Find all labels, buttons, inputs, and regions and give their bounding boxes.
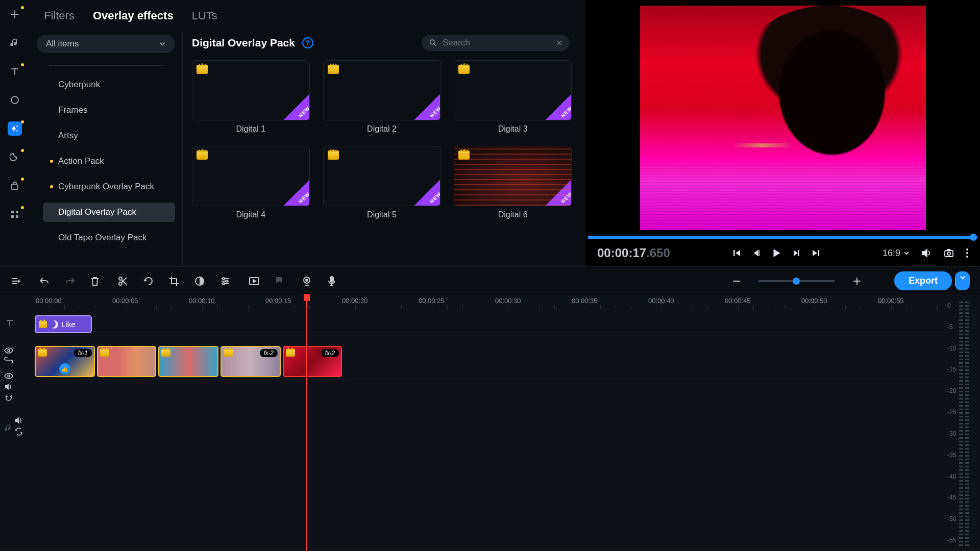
text-icon[interactable] [8, 64, 22, 79]
premium-icon [458, 151, 470, 160]
tab-filters[interactable]: Filters [44, 9, 75, 22]
info-icon[interactable]: ? [302, 37, 313, 48]
video-clip-2[interactable] [97, 346, 156, 377]
category-item[interactable]: Digital Overlay Pack [43, 203, 175, 222]
chevron-down-icon [159, 40, 166, 47]
premium-icon [328, 65, 339, 74]
category-item[interactable]: Cyberpunk [43, 75, 175, 94]
track-magnet-icon[interactable] [4, 394, 34, 402]
overlay-thumbnail[interactable]: NEWDigital 5 [323, 146, 441, 219]
tab-overlay-effects[interactable]: Overlay effects [93, 9, 174, 22]
category-item[interactable]: Frames [43, 101, 175, 120]
audio-icon[interactable] [8, 36, 22, 50]
meter-db-label: -45 [947, 494, 956, 501]
premium-icon [100, 349, 109, 357]
premium-icon [286, 349, 295, 357]
track-headers [0, 295, 34, 551]
overlay-thumbnail[interactable]: NEWDigital 1 [192, 60, 310, 134]
playhead[interactable] [306, 295, 307, 551]
overlay-label: Digital 5 [367, 210, 397, 219]
add-media-icon[interactable] [8, 7, 22, 21]
overlay-thumbnail[interactable]: NEWDigital 2 [323, 60, 441, 134]
video-clip-5[interactable]: fx·2 [283, 346, 342, 377]
add-track-icon[interactable] [10, 276, 21, 287]
timeline-tracks[interactable]: Like fx·1👍 fx·2 fx·2 [34, 310, 944, 551]
video-clip-1[interactable]: fx·1👍 [35, 346, 95, 377]
svg-rect-3 [16, 211, 18, 213]
export-button[interactable]: Export [894, 271, 952, 290]
record-voiceover-button[interactable] [327, 276, 337, 287]
category-dropdown[interactable]: All items [37, 35, 175, 53]
preview-viewport[interactable] [586, 0, 980, 236]
premium-icon [458, 65, 470, 74]
category-item[interactable]: Action Pack [43, 152, 175, 171]
ruler-tick: 00:00:35 [572, 297, 598, 305]
split-button[interactable] [117, 276, 129, 287]
timecode-display: 00:00:17.650 [597, 246, 670, 260]
elements-icon[interactable] [8, 207, 22, 221]
timeline-ruler[interactable]: 00:00:0000:00:0500:00:1000:00:1500:00:20… [34, 295, 944, 310]
more-options-icon[interactable] [966, 247, 969, 259]
overlay-label: Digital 4 [236, 210, 265, 219]
zoom-out-button[interactable] [732, 277, 741, 286]
next-frame-button[interactable] [791, 248, 801, 258]
tab-luts[interactable]: LUTs [192, 9, 217, 22]
preview-scrubber[interactable] [588, 236, 978, 239]
effects-icon[interactable] [8, 121, 22, 136]
track-mute-icon[interactable] [4, 383, 34, 391]
zoom-in-button[interactable] [852, 277, 862, 286]
adjust-button[interactable] [219, 276, 231, 287]
overlay-thumbnail[interactable]: NEWDigital 4 [192, 146, 310, 219]
color-icon[interactable] [8, 150, 22, 164]
stickers-icon[interactable] [8, 179, 22, 193]
intro-title-clip[interactable]: Like [35, 315, 92, 333]
text-track-icon[interactable] [5, 318, 14, 328]
overlay-label: Digital 3 [498, 124, 528, 134]
marker-button[interactable] [275, 276, 284, 287]
clear-search-icon[interactable]: ✕ [556, 38, 562, 48]
category-item[interactable]: Old Tape Overlay Pack [43, 228, 175, 247]
category-item[interactable]: Artsy [43, 126, 175, 145]
video-clip-4[interactable]: fx·2 [220, 346, 281, 377]
export-options-button[interactable] [955, 271, 970, 290]
overlay-thumbnail[interactable]: NEWDigital 3 [454, 60, 572, 134]
ruler-tick: 00:00:15 [265, 297, 291, 305]
rotate-button[interactable] [143, 276, 154, 287]
overlay-label: Digital 2 [367, 124, 397, 134]
go-end-button[interactable] [811, 248, 821, 258]
category-panel: All items CyberpunkFramesArtsyAction Pac… [30, 30, 183, 266]
go-start-button[interactable] [732, 248, 742, 258]
zoom-slider[interactable] [758, 280, 835, 282]
delete-button[interactable] [90, 276, 100, 287]
aspect-ratio-select[interactable]: 16:9 [883, 248, 910, 259]
render-preview-button[interactable] [248, 276, 260, 287]
search-input[interactable] [443, 38, 551, 48]
fx-badge: fx·1 [74, 349, 92, 357]
track-mute-icon-2[interactable] [14, 416, 34, 424]
svg-rect-7 [733, 250, 735, 256]
track-sync-icon[interactable] [14, 428, 34, 436]
premium-icon [328, 151, 339, 160]
snapshot-icon[interactable] [943, 247, 954, 259]
new-badge: NEW [284, 180, 309, 206]
video-clip-3[interactable] [158, 346, 218, 377]
volume-icon[interactable] [921, 247, 932, 259]
track-link-icon[interactable] [4, 357, 13, 363]
svg-point-21 [223, 283, 225, 285]
overlay-thumbnail[interactable]: NEWDigital 6 [454, 146, 572, 219]
premium-icon [38, 349, 47, 357]
color-correct-button[interactable] [194, 276, 205, 287]
ruler-tick: 00:00:10 [189, 297, 215, 305]
track-visibility-icon-2[interactable] [4, 372, 34, 380]
meter-db-label: -30 [947, 430, 956, 437]
category-item[interactable]: Cyberpunk Overlay Pack [43, 177, 175, 196]
redo-button[interactable] [64, 276, 76, 287]
undo-button[interactable] [39, 276, 50, 287]
track-visibility-icon[interactable] [4, 347, 13, 354]
crop-button[interactable] [168, 276, 180, 287]
record-webcam-button[interactable] [301, 276, 312, 287]
transitions-icon[interactable] [8, 93, 22, 107]
search-box[interactable]: ✕ [422, 35, 570, 51]
prev-frame-button[interactable] [751, 248, 762, 258]
play-button[interactable] [771, 247, 782, 259]
